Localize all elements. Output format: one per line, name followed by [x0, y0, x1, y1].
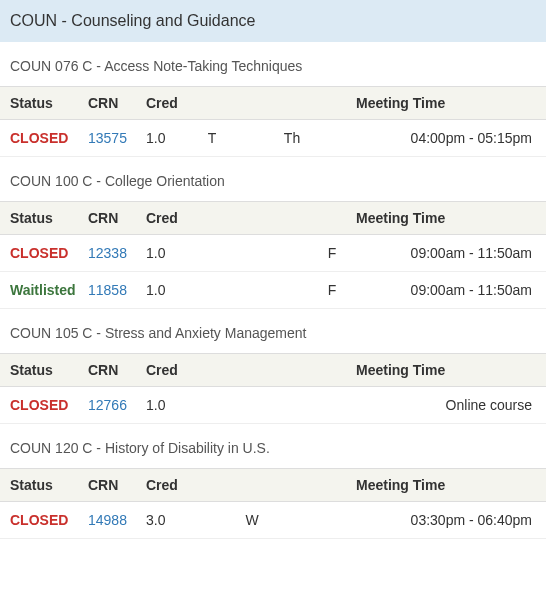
col-day-header [272, 87, 312, 120]
col-meeting-header: Meeting Time [352, 87, 546, 120]
col-status-header: Status [0, 469, 82, 502]
status-badge: CLOSED [10, 512, 68, 528]
col-day-header [232, 354, 272, 387]
col-day-header [272, 202, 312, 235]
crn-link[interactable]: 14988 [88, 512, 127, 528]
col-meeting-header: Meeting Time [352, 469, 546, 502]
meeting-cell: 09:00am - 11:50am [352, 235, 546, 272]
col-crn-header: CRN [82, 354, 140, 387]
col-day-header [312, 469, 352, 502]
meeting-cell: Online course [352, 387, 546, 424]
table-row: CLOSED 14988 3.0 W 03:30pm - 06:40pm [0, 502, 546, 539]
meeting-cell: 04:00pm - 05:15pm [352, 120, 546, 157]
day-cell [272, 235, 312, 272]
day-cell [192, 272, 232, 309]
col-day-header [312, 202, 352, 235]
cred-cell: 1.0 [140, 272, 192, 309]
col-meeting-header: Meeting Time [352, 354, 546, 387]
cred-cell: 3.0 [140, 502, 192, 539]
col-status-header: Status [0, 354, 82, 387]
day-cell [232, 235, 272, 272]
col-day-header [272, 469, 312, 502]
course-title: COUN 076 C - Access Note-Taking Techniqu… [0, 42, 546, 86]
course-block: COUN 076 C - Access Note-Taking Techniqu… [0, 42, 546, 157]
crn-link[interactable]: 12338 [88, 245, 127, 261]
day-cell [192, 502, 232, 539]
cred-cell: 1.0 [140, 235, 192, 272]
col-cred-header: Cred [140, 202, 192, 235]
table-header-row: Status CRN Cred Meeting Time [0, 354, 546, 387]
col-cred-header: Cred [140, 354, 192, 387]
crn-link[interactable]: 13575 [88, 130, 127, 146]
status-badge: CLOSED [10, 245, 68, 261]
meeting-cell: 03:30pm - 06:40pm [352, 502, 546, 539]
meeting-cell: 09:00am - 11:50am [352, 272, 546, 309]
department-header: COUN - Counseling and Guidance [0, 0, 546, 42]
day-cell: W [232, 502, 272, 539]
status-badge: CLOSED [10, 397, 68, 413]
course-block: COUN 120 C - History of Disability in U.… [0, 424, 546, 539]
col-day-header [272, 354, 312, 387]
course-block: COUN 100 C - College Orientation Status … [0, 157, 546, 309]
col-cred-header: Cred [140, 87, 192, 120]
course-title: COUN 120 C - History of Disability in U.… [0, 424, 546, 468]
col-cred-header: Cred [140, 469, 192, 502]
table-row: Waitlisted 11858 1.0 F 09:00am - 11:50am [0, 272, 546, 309]
day-cell: F [312, 272, 352, 309]
day-cell [192, 235, 232, 272]
sections-table: Status CRN Cred Meeting Time CLOSED 1276… [0, 353, 546, 424]
day-cell: Th [272, 120, 312, 157]
col-day-header [232, 469, 272, 502]
course-block: COUN 105 C - Stress and Anxiety Manageme… [0, 309, 546, 424]
col-day-header [232, 202, 272, 235]
sections-table: Status CRN Cred Meeting Time CLOSED 1357… [0, 86, 546, 157]
status-badge: CLOSED [10, 130, 68, 146]
day-cell [232, 272, 272, 309]
table-row: CLOSED 13575 1.0 T Th 04:00pm - 05:15pm [0, 120, 546, 157]
day-cell [192, 387, 232, 424]
day-cell [272, 272, 312, 309]
day-cell [272, 387, 312, 424]
col-day-header [312, 354, 352, 387]
table-header-row: Status CRN Cred Meeting Time [0, 87, 546, 120]
col-day-header [192, 202, 232, 235]
col-status-header: Status [0, 202, 82, 235]
cred-cell: 1.0 [140, 387, 192, 424]
day-cell [312, 120, 352, 157]
day-cell [232, 120, 272, 157]
day-cell: T [192, 120, 232, 157]
col-crn-header: CRN [82, 469, 140, 502]
col-crn-header: CRN [82, 87, 140, 120]
crn-link[interactable]: 11858 [88, 282, 127, 298]
course-title: COUN 105 C - Stress and Anxiety Manageme… [0, 309, 546, 353]
col-day-header [192, 87, 232, 120]
day-cell [312, 502, 352, 539]
col-crn-header: CRN [82, 202, 140, 235]
col-day-header [312, 87, 352, 120]
col-day-header [192, 354, 232, 387]
course-title: COUN 100 C - College Orientation [0, 157, 546, 201]
sections-table: Status CRN Cred Meeting Time CLOSED 1498… [0, 468, 546, 539]
sections-table: Status CRN Cred Meeting Time CLOSED 1233… [0, 201, 546, 309]
table-header-row: Status CRN Cred Meeting Time [0, 469, 546, 502]
day-cell [272, 502, 312, 539]
col-meeting-header: Meeting Time [352, 202, 546, 235]
table-header-row: Status CRN Cred Meeting Time [0, 202, 546, 235]
day-cell [312, 387, 352, 424]
cred-cell: 1.0 [140, 120, 192, 157]
col-day-header [192, 469, 232, 502]
status-badge: Waitlisted [10, 282, 76, 298]
table-row: CLOSED 12338 1.0 F 09:00am - 11:50am [0, 235, 546, 272]
col-status-header: Status [0, 87, 82, 120]
col-day-header [232, 87, 272, 120]
day-cell [232, 387, 272, 424]
day-cell: F [312, 235, 352, 272]
table-row: CLOSED 12766 1.0 Online course [0, 387, 546, 424]
crn-link[interactable]: 12766 [88, 397, 127, 413]
